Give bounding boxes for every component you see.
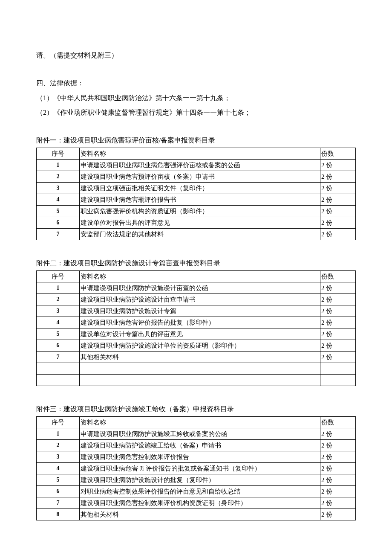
row-count: 2 份 (320, 428, 356, 439)
row-name: 建设项目职业病危害控制效果评价机构资质证明（身印件） (80, 497, 320, 509)
row-count: 2 份 (320, 293, 356, 305)
attachment2-table: 序号 资料名称 份数 1申请建谩项目职业病防护设施谩计亩查的公函2 份2建设项目… (36, 270, 356, 386)
table-row: 1申请建设项目职业病职业病危害强评价亩核或备案的公函2 份 (37, 159, 356, 171)
row-count: 2 份 (320, 205, 356, 217)
row-count: 2 份 (320, 328, 356, 340)
table-header: 序号 资料名称 份数 (37, 416, 356, 428)
table-row: 5建设项目职业病防护设施设计的批复（复印件）2 份 (37, 474, 356, 485)
table-row: 6建设单位对报告出具的评亩意见2 份 (37, 217, 356, 228)
col-header-index: 序号 (37, 416, 80, 428)
row-count: 2 份 (320, 462, 356, 474)
legal-basis-heading: 四、法律依据： (36, 77, 356, 90)
row-count: 2 份 (320, 217, 356, 228)
row-name: 职业病危害强评价机构的资质证明（影印件） (80, 205, 320, 217)
attachment2-title: 附件二：建设项目职业病防护设施设计专篇亩查申报资料目录 (36, 257, 356, 270)
table-row: 4建设项目职业病危害评价报告的批复（影印件）2 份 (37, 317, 356, 328)
table-row: 7建设项目职业病危害控制效果评价机构资质证明（身印件）2 份 (37, 497, 356, 509)
legal-item-1: （1）《中华人民共和国职业病防治法》第十六条一一第十九条； (36, 92, 356, 105)
intro-line: 请。（需提交材料见附三） (36, 49, 356, 62)
row-name: 申请建谩项目职业病防护设施谩计亩查的公函 (80, 282, 320, 293)
row-name (80, 363, 320, 374)
row-name: 建设项目职业病危害控制效果评价报告 (80, 451, 320, 462)
table-row: 2建设项目职业病危害预评价亩核（备案）申请书2 份 (37, 171, 356, 182)
row-count: 2 份 (320, 159, 356, 171)
table-row: 3建设项目职业病防护设施设计专篇2 份 (37, 305, 356, 317)
row-index: 6 (37, 485, 80, 497)
row-name: 申请建设项目职业病职业病危害强评价亩核或备案的公函 (80, 159, 320, 171)
row-index: 2 (37, 293, 80, 305)
row-name: 建设项目职业病防护设施竣工给收（备案）申请书 (80, 439, 320, 451)
row-count: 2 份 (320, 509, 356, 520)
table-row: 5职业病危害强评价机构的资质证明（影印件）2 份 (37, 205, 356, 217)
row-name: 其他相关材料 (80, 351, 320, 363)
attachment3-title: 附件三：建设项目职业病防护设施竣工蛤收（备案）申报资料目录 (36, 403, 356, 416)
table-row: 3建设项目职业病危害控制效果评价报告2 份 (37, 451, 356, 462)
row-count: 2 份 (320, 451, 356, 462)
row-index: 4 (37, 462, 80, 474)
row-count: 2 份 (320, 351, 356, 363)
table-row: 2建设项目职业病防护设施设计亩查申请书2 份 (37, 293, 356, 305)
row-index: 1 (37, 428, 80, 439)
row-index: 7 (37, 497, 80, 509)
row-index: 6 (37, 217, 80, 228)
table-row: 6对职业病危害控制效果评价报告的评亩意见和自给收总结2 份 (37, 485, 356, 497)
table-row: 7其他相关材料2 份 (37, 351, 356, 363)
row-name: 建设项目职业病防护设施设计专篇 (80, 305, 320, 317)
row-index: 3 (37, 182, 80, 194)
row-name (80, 374, 320, 386)
table-row: 7安监部门依法规定的其他材料2 份 (37, 228, 356, 240)
row-count: 2 份 (320, 497, 356, 509)
row-name: 安监部门依法规定的其他材料 (80, 228, 320, 240)
table-row: 5建设单位对设计专篇出具的评亩意见2 份 (37, 328, 356, 340)
table-row: 8其他相关材料2 份 (37, 509, 356, 520)
col-header-index: 序号 (37, 270, 80, 282)
row-index: 3 (37, 451, 80, 462)
row-name: 建设项目职业病防护设施设计单位的资质证明（影印件） (80, 340, 320, 351)
col-header-name: 资料名称 (80, 270, 320, 282)
row-name: 建设单位对报告出具的评亩意见 (80, 217, 320, 228)
row-index: 5 (37, 328, 80, 340)
col-header-name: 资料名称 (80, 416, 320, 428)
table-header: 序号 资料名称 份数 (37, 270, 356, 282)
row-index: 7 (37, 228, 80, 240)
row-count: 2 份 (320, 171, 356, 182)
row-name: 建设项目职业病危害瓶评价报告书 (80, 194, 320, 205)
row-count: 2 份 (320, 228, 356, 240)
row-name: 建设单位对设计专篇出具的评亩意见 (80, 328, 320, 340)
col-header-count: 份数 (320, 270, 356, 282)
col-header-count: 份数 (320, 416, 356, 428)
row-index: 3 (37, 305, 80, 317)
table-row: 1申请建谩项目职业病防护设施谩计亩查的公函2 份 (37, 282, 356, 293)
row-index: 8 (37, 509, 80, 520)
col-header-index: 序号 (37, 148, 80, 159)
table-row: 1申请建设项目职业病防护设施竣工妗收或备案的公函2 份 (37, 428, 356, 439)
row-count: 2 份 (320, 282, 356, 293)
row-index: 4 (37, 194, 80, 205)
attachment1-table: 序号 资料名称 份数 1申请建设项目职业病职业病危害强评价亩核或备案的公函2 份… (36, 148, 356, 240)
row-index: 2 (37, 439, 80, 451)
row-name: 申请建设项目职业病防护设施竣工妗收或备案的公函 (80, 428, 320, 439)
row-index: 5 (37, 474, 80, 485)
table-row: 2建设项目职业病防护设施竣工给收（备案）申请书2 份 (37, 439, 356, 451)
row-count: 2 份 (320, 182, 356, 194)
table-header: 序号 资料名称 份数 (37, 148, 356, 159)
attachment1-title: 附件一：建设项目职业病危害琼评价亩核/备案申报资料目录 (36, 134, 356, 147)
row-count (320, 374, 356, 386)
table-row: 4建设项目职业病危害瓶评价报告书2 份 (37, 194, 356, 205)
row-index: 5 (37, 205, 80, 217)
row-index: 2 (37, 171, 80, 182)
table-row (37, 363, 356, 374)
row-index (37, 363, 80, 374)
row-index: 7 (37, 351, 80, 363)
row-name: 对职业病危害控制效果评价报告的评亩意见和自给收总结 (80, 485, 320, 497)
col-header-name: 资料名称 (80, 148, 320, 159)
row-count: 2 份 (320, 340, 356, 351)
col-header-count: 份数 (320, 148, 356, 159)
attachment3-table: 序号 资料名称 份数 1申请建设项目职业病防护设施竣工妗收或备案的公函2 份2建… (36, 416, 356, 520)
legal-item-2: （2）《作业场所职业健康监督管理暂行规定》第十四条一一第十七条； (36, 107, 356, 119)
row-count: 2 份 (320, 439, 356, 451)
row-name: 建设项目职业病防护设施设计的批复（复印件） (80, 474, 320, 485)
row-count: 2 份 (320, 305, 356, 317)
row-name: 建设项目职业病危害 Ji 评价报告的批复或备案通知书（复印件） (80, 462, 320, 474)
row-name: 建设项目职业病危害预评价亩核（备案）申请书 (80, 171, 320, 182)
